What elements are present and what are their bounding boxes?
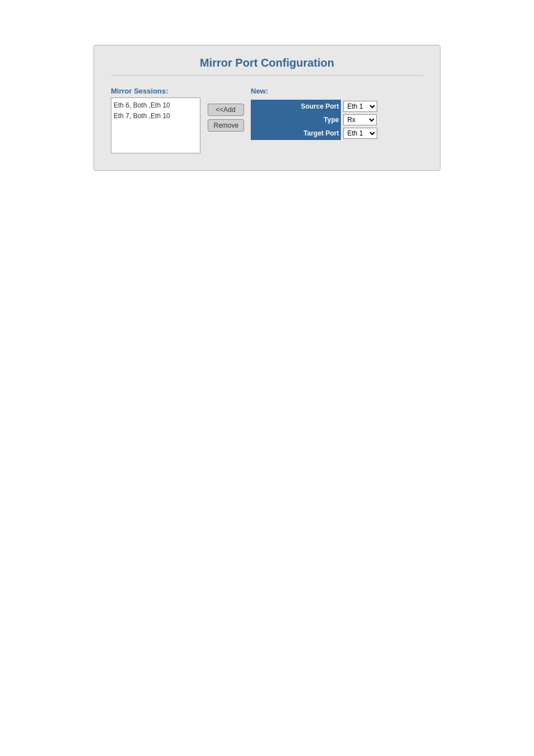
new-section: New: Source Port Eth 1 Eth 2 Eth 3 Eth 4… [251,87,423,140]
source-port-value: Eth 1 Eth 2 Eth 3 Eth 4 Eth 5 Eth 6 Eth … [341,100,423,113]
source-port-select[interactable]: Eth 1 Eth 2 Eth 3 Eth 4 Eth 5 Eth 6 Eth … [343,101,377,112]
target-port-value: Eth 1 Eth 2 Eth 3 Eth 4 Eth 5 Eth 6 Eth … [341,127,423,140]
type-label: Type [251,113,341,127]
panel-title: Mirror Port Configuration [111,57,423,76]
remove-button[interactable]: Remove [208,119,244,132]
sessions-section: Mirror Sessions: Eth 6, Both ,Eth 10 Eth… [111,87,200,153]
list-item[interactable]: Eth 6, Both ,Eth 10 [114,100,198,111]
sessions-label: Mirror Sessions: [111,87,200,95]
new-label: New: [251,87,423,95]
type-value: Rx Tx Both [341,113,423,127]
list-item[interactable]: Eth 7, Both ,Eth 10 [114,111,198,122]
type-row: Type Rx Tx Both [251,113,423,127]
buttons-section: <<Add Remove [206,104,245,132]
fields-table: Source Port Eth 1 Eth 2 Eth 3 Eth 4 Eth … [251,100,423,140]
source-port-row: Source Port Eth 1 Eth 2 Eth 3 Eth 4 Eth … [251,100,423,113]
mirror-port-panel: Mirror Port Configuration Mirror Session… [93,45,441,171]
add-button[interactable]: <<Add [208,104,244,116]
target-port-label: Target Port [251,127,341,140]
sessions-list[interactable]: Eth 6, Both ,Eth 10 Eth 7, Both ,Eth 10 [111,97,200,153]
target-port-select[interactable]: Eth 1 Eth 2 Eth 3 Eth 4 Eth 5 Eth 6 Eth … [343,128,377,139]
source-port-label: Source Port [251,100,341,113]
content-area: Mirror Sessions: Eth 6, Both ,Eth 10 Eth… [111,87,423,153]
type-select[interactable]: Rx Tx Both [343,114,377,125]
target-port-row: Target Port Eth 1 Eth 2 Eth 3 Eth 4 Eth … [251,127,423,140]
